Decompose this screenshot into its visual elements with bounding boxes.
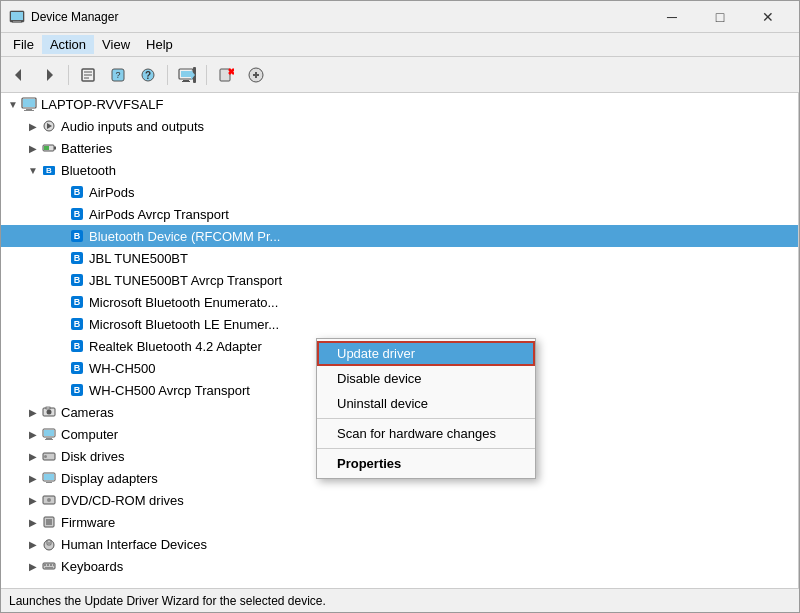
tree-item-bluetooth[interactable]: ▼ B Bluetooth [1,159,798,181]
context-menu-properties[interactable]: Properties [317,451,535,476]
tree-item-firmware[interactable]: ▶ Firmware [1,511,798,533]
wh-ch500-label: WH-CH500 [89,361,155,376]
properties-button[interactable] [74,61,102,89]
wh-ch500-bt-icon: B [69,360,85,376]
scan-icon [178,67,196,83]
svg-text:B: B [46,166,52,175]
airpods-bt-icon: B [69,184,85,200]
cameras-expand-icon[interactable]: ▶ [25,404,41,420]
wh-ch500-avrcp-bt-icon: B [69,382,85,398]
bt-rfcomm-label: Bluetooth Device (RFCOMM Pr... [89,229,280,244]
tree-root[interactable]: ▼ LAPTOP-RVVFSALF [1,93,798,115]
context-menu-update-driver[interactable]: Update driver [317,341,535,366]
batteries-label: Batteries [61,141,112,156]
computer-expand-icon[interactable]: ▶ [25,426,41,442]
ms-bt-enum-icon: B [69,294,85,310]
tree-item-airpods[interactable]: ▶ B AirPods [1,181,798,203]
batteries-expand-icon[interactable]: ▶ [25,140,41,156]
svg-text:B: B [74,341,81,351]
tree-item-jbl-tune[interactable]: ▶ B JBL TUNE500BT [1,247,798,269]
diskdrives-expand-icon[interactable]: ▶ [25,448,41,464]
firmware-expand-icon[interactable]: ▶ [25,514,41,530]
tree-item-airpods-avrcp[interactable]: ▶ B AirPods Avrcp Transport [1,203,798,225]
svg-rect-59 [46,407,50,409]
tree-item-keyboards[interactable]: ▶ Keyboards [1,555,798,577]
svg-text:?: ? [115,70,120,80]
refresh-button[interactable]: ? [104,61,132,89]
bluetooth-expand-icon[interactable]: ▼ [25,162,41,178]
airpods-label: AirPods [89,185,135,200]
audio-expand-icon[interactable]: ▶ [25,118,41,134]
menu-view[interactable]: View [94,35,138,54]
menu-bar: File Action View Help [1,33,799,57]
back-button[interactable] [5,61,33,89]
back-icon [11,67,27,83]
diskdrives-icon [41,448,57,464]
remove-button[interactable] [212,61,240,89]
svg-text:B: B [74,297,81,307]
diskdrives-label: Disk drives [61,449,125,464]
refresh-icon: ? [110,67,126,83]
svg-rect-81 [45,567,53,569]
keyboards-expand-icon[interactable]: ▶ [25,558,41,574]
close-button[interactable]: ✕ [745,1,791,33]
minimize-button[interactable]: ─ [649,1,695,33]
forward-icon [41,67,57,83]
device-manager-window: Device Manager ─ □ ✕ File Action View He… [0,0,800,613]
tree-item-batteries[interactable]: ▶ Batteries [1,137,798,159]
ms-bt-enum-label: Microsoft Bluetooth Enumerato... [89,295,278,310]
svg-rect-17 [182,81,190,82]
jbl-tune-avrcp-label: JBL TUNE500BT Avrcp Transport [89,273,282,288]
tree-item-ms-bt-enum[interactable]: ▶ B Microsoft Bluetooth Enumerato... [1,291,798,313]
dvd-icon [41,492,57,508]
hid-expand-icon[interactable]: ▶ [25,536,41,552]
svg-rect-62 [46,438,52,439]
status-text: Launches the Update Driver Wizard for th… [9,594,326,608]
computer-label: Computer [61,427,118,442]
svg-rect-27 [23,99,35,107]
device-tree[interactable]: ▼ LAPTOP-RVVFSALF ▶ [1,93,799,588]
tree-item-bt-rfcomm[interactable]: ▶ B Bluetooth Device (RFCOMM Pr... [1,225,798,247]
properties-icon [80,67,96,83]
svg-rect-79 [50,564,52,566]
svg-point-70 [47,498,51,502]
tree-item-hid[interactable]: ▶ Human Interface Devices [1,533,798,555]
svg-text:B: B [74,231,81,241]
wh-ch500-avrcp-label: WH-CH500 Avrcp Transport [89,383,250,398]
context-menu-disable-device[interactable]: Disable device [317,366,535,391]
svg-rect-63 [45,439,53,440]
audio-icon [41,118,57,134]
tree-item-audio[interactable]: ▶ Audio inputs and outputs [1,115,798,137]
scan-button[interactable] [173,61,201,89]
realtek-bt-icon: B [69,338,85,354]
svg-text:B: B [74,275,81,285]
context-menu-scan-changes[interactable]: Scan for hardware changes [317,421,535,446]
help-button[interactable]: ? [134,61,162,89]
tree-item-dvd[interactable]: ▶ DVD/CD-ROM drives [1,489,798,511]
airpods-avrcp-bt-icon: B [69,206,85,222]
forward-button[interactable] [35,61,63,89]
maximize-button[interactable]: □ [697,1,743,33]
tree-item-ms-bt-le[interactable]: ▶ B Microsoft Bluetooth LE Enumer... [1,313,798,335]
svg-point-58 [47,410,52,415]
menu-help[interactable]: Help [138,35,181,54]
svg-marker-4 [15,69,21,81]
svg-rect-80 [53,564,54,566]
svg-rect-77 [44,564,46,566]
airpods-avrcp-label: AirPods Avrcp Transport [89,207,229,222]
root-expand-icon[interactable]: ▼ [5,96,21,112]
toolbar-separator-1 [68,65,69,85]
menu-file[interactable]: File [5,35,42,54]
add-button[interactable] [242,61,270,89]
svg-rect-33 [54,147,56,150]
dvd-expand-icon[interactable]: ▶ [25,492,41,508]
window-controls: ─ □ ✕ [649,1,791,33]
context-menu-uninstall-device[interactable]: Uninstall device [317,391,535,416]
svg-rect-61 [44,430,54,436]
keyboards-icon [41,558,57,574]
display-expand-icon[interactable]: ▶ [25,470,41,486]
ms-bt-le-label: Microsoft Bluetooth LE Enumer... [89,317,279,332]
menu-action[interactable]: Action [42,35,94,54]
keyboards-label: Keyboards [61,559,123,574]
tree-item-jbl-tune-avrcp[interactable]: ▶ B JBL TUNE500BT Avrcp Transport [1,269,798,291]
